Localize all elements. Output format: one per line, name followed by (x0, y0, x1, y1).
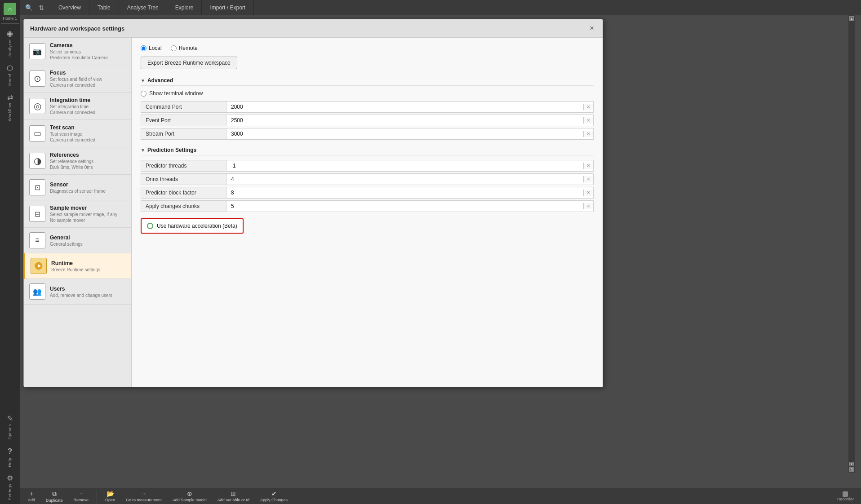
command-port-clear[interactable]: × (583, 104, 593, 110)
references-subtitle2: Dark 0ms, White 0ms (50, 165, 126, 170)
sensor-title: Sensor (50, 181, 126, 188)
remote-radio-text: Remote (179, 45, 198, 51)
stream-port-row: Stream Port 3000 × (141, 128, 594, 140)
predictor-block-factor-clear[interactable]: × (583, 190, 593, 196)
show-terminal-radio[interactable] (141, 91, 146, 97)
predictor-threads-value[interactable]: -1 (226, 160, 583, 171)
apply-changes-button[interactable]: ✔ Apply Changes (256, 489, 292, 504)
predictor-block-factor-row: Predictor block factor 8 × (141, 187, 594, 199)
sidebar-item-help[interactable]: ? Help (1, 443, 19, 471)
recorder-icon (843, 491, 848, 497)
settings-dialog: Hardware and workspace settings × 📷 Came… (23, 19, 603, 387)
recorder-button[interactable]: Recorder (834, 491, 857, 502)
go-to-measurement-button[interactable]: → Go to measurement (121, 489, 166, 504)
open-icon: 📂 (107, 490, 114, 497)
sidebar-item-workflow[interactable]: ⇄ Workflow (1, 89, 19, 125)
apply-changes-chunks-value[interactable]: 5 (226, 201, 583, 212)
tab-analyse-tree[interactable]: Analyse Tree (119, 0, 167, 15)
add-sample-model-button[interactable]: ⊕ Add Sample model (168, 489, 211, 504)
settings-item-test-scan[interactable]: ▭ Test scan Test scan image Camera not c… (24, 120, 131, 147)
workflow-label: Workflow (8, 103, 12, 121)
duplicate-label: Duplicate (46, 498, 63, 503)
hw-acceleration-box[interactable]: Use hardware acceleration (Beta) (141, 218, 244, 234)
sidebar-item-settings[interactable]: ⚙ Settings (1, 470, 19, 504)
tab-import-export[interactable]: Import / Export (202, 0, 254, 15)
users-text: Users Add, remove and change users (50, 286, 126, 298)
local-radio-label[interactable]: Local (141, 45, 162, 51)
dialog-close-button[interactable]: × (587, 24, 596, 33)
left-sidebar: ⌂ Home 1 ◉ Analyzer ⬡ Model ⇄ Workflow ✎… (0, 0, 20, 504)
settings-item-cameras[interactable]: 📷 Cameras Select cameras Prediktera Simu… (24, 38, 131, 65)
references-title: References (50, 152, 126, 158)
prediction-section-header[interactable]: ▼ Prediction Settings (141, 145, 594, 155)
command-port-label: Command Port (141, 102, 226, 112)
predictor-block-factor-value[interactable]: 8 (226, 187, 583, 198)
stream-port-clear[interactable]: × (583, 131, 593, 137)
go-to-measurement-icon: → (141, 490, 147, 497)
settings-item-focus[interactable]: ⊙ Focus Set focus and field of view Came… (24, 65, 131, 93)
references-text: References Set reference settings Dark 0… (50, 152, 126, 170)
options-icon: ✎ (7, 414, 13, 423)
dialog-overlay: Hardware and workspace settings × 📷 Came… (20, 15, 861, 473)
predictor-threads-clear[interactable]: × (583, 163, 593, 169)
stream-port-value[interactable]: 3000 (226, 128, 583, 139)
event-port-clear[interactable]: × (583, 117, 593, 124)
settings-item-sensor[interactable]: ⊡ Sensor Diagnostics of sensor frame (24, 175, 131, 200)
add-variable-or-id-button[interactable]: ⊞ Add Variable or Id (213, 489, 254, 504)
remote-radio-label[interactable]: Remote (171, 45, 198, 51)
home-label: Home 1 (3, 16, 17, 21)
dialog-body: 📷 Cameras Select cameras Prediktera Simu… (24, 38, 603, 387)
test-scan-title: Test scan (50, 124, 126, 131)
settings-item-sample-mover[interactable]: ⊟ Sample mover Select sample mover stage… (24, 200, 131, 228)
prediction-chevron: ▼ (141, 148, 145, 153)
settings-item-general[interactable]: ≡ General General settings (24, 228, 131, 253)
duplicate-button[interactable]: ⧉ Duplicate (41, 489, 67, 504)
sample-mover-text: Sample mover Select sample mover stage, … (50, 205, 126, 223)
sidebar-item-analyzer[interactable]: ◉ Analyzer (1, 26, 19, 60)
references-icon: ◑ (29, 153, 45, 169)
settings-item-users[interactable]: 👥 Users Add, remove and change users (24, 279, 131, 305)
sensor-icon: ⊡ (29, 179, 45, 195)
event-port-row: Event Port 2500 × (141, 115, 594, 126)
help-icon: ? (8, 447, 13, 456)
settings-item-references[interactable]: ◑ References Set reference settings Dark… (24, 147, 131, 175)
apply-changes-chunks-clear[interactable]: × (583, 203, 593, 209)
export-workspace-button[interactable]: Export Breeze Runtime workspace (141, 57, 237, 69)
onnx-threads-value[interactable]: 4 (226, 174, 583, 185)
integration-time-title: Integration time (50, 97, 126, 103)
settings-item-integration-time[interactable]: ◎ Integration time Set integration time … (24, 93, 131, 120)
prediction-section-label: Prediction Settings (147, 147, 196, 153)
add-button[interactable]: + Add (23, 489, 40, 504)
dialog-header: Hardware and workspace settings × (24, 19, 603, 38)
general-subtitle1: General settings (50, 242, 126, 247)
show-terminal-label: Show terminal window (149, 90, 203, 97)
sample-mover-subtitle1: Select sample mover stage, if any (50, 212, 126, 217)
tab-explore[interactable]: Explore (167, 0, 202, 15)
runtime-icon (31, 258, 47, 274)
event-port-value[interactable]: 2500 (226, 115, 583, 126)
swap-button[interactable]: ⇅ (35, 1, 48, 14)
remote-radio[interactable] (171, 45, 177, 51)
open-button[interactable]: 📂 Open (101, 489, 120, 504)
tab-overview[interactable]: Overview (50, 0, 89, 15)
top-toolbar: 🔍 ⇅ Overview Table Analyse Tree Explore … (20, 0, 861, 15)
integration-time-text: Integration time Set integration time Ca… (50, 97, 126, 115)
onnx-threads-clear[interactable]: × (583, 176, 593, 182)
command-port-value[interactable]: 2000 (226, 102, 583, 112)
sidebar-item-home[interactable]: ⌂ Home 1 (1, 2, 19, 22)
settings-item-runtime[interactable]: Runtime Breeze Runtime settings (24, 253, 131, 279)
content-area: Hardware and workspace settings × 📷 Came… (20, 15, 861, 488)
remove-button[interactable]: − Remove (69, 489, 93, 504)
tab-table[interactable]: Table (89, 0, 119, 15)
hw-acceleration-radio[interactable] (147, 223, 153, 229)
duplicate-icon: ⧉ (52, 490, 57, 498)
sidebar-item-model[interactable]: ⬡ Model (1, 60, 19, 89)
advanced-section-header[interactable]: ▼ Advanced (141, 75, 594, 86)
search-button[interactable]: 🔍 (22, 1, 35, 14)
predictor-threads-label: Predictor threads (141, 160, 226, 171)
local-radio[interactable] (141, 45, 146, 51)
runtime-title: Runtime (51, 260, 126, 266)
test-scan-subtitle2: Camera not connected (50, 137, 126, 142)
sidebar-item-options[interactable]: ✎ Options (1, 411, 19, 443)
integration-time-subtitle1: Set integration time (50, 104, 126, 109)
